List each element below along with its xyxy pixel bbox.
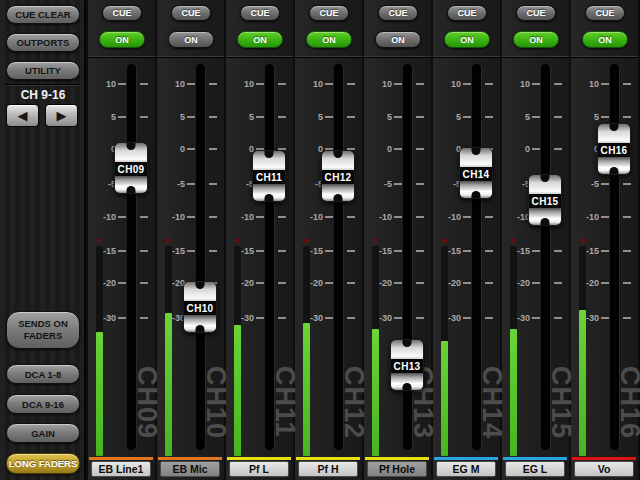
scale-tick-label: 10	[364, 79, 392, 89]
scale-tick-label: 0	[295, 144, 323, 154]
level-meter	[165, 246, 172, 456]
channel-color-stripe	[365, 457, 429, 460]
scale-tick-label: 0	[157, 144, 185, 154]
scale-tick-mark	[554, 282, 562, 284]
scale-tick-mark	[463, 116, 471, 118]
sends-on-faders-button[interactable]: SENDS ON FADERS	[6, 311, 80, 349]
scale-tick-mark	[140, 250, 148, 252]
scale-tick-mark	[601, 216, 609, 218]
scale-tick-mark	[463, 282, 471, 284]
scale-tick-mark	[209, 116, 217, 118]
fader-track[interactable]	[127, 64, 136, 450]
fader-cap[interactable]: CH16	[597, 123, 631, 175]
clip-indicator	[580, 238, 585, 243]
fader-cap-top	[115, 143, 147, 162]
bank-previous-button[interactable]: ◀	[6, 104, 39, 127]
channel-name-label[interactable]: EB Line1	[91, 461, 151, 477]
scale-tick-label: 0	[226, 144, 254, 154]
fader-track[interactable]	[472, 64, 481, 450]
fader-cap-bottom	[598, 157, 630, 174]
sidebar-divider	[4, 84, 80, 85]
long-faders-button[interactable]: LONG FADERS	[6, 453, 80, 474]
cue-clear-button[interactable]: CUE CLEAR	[6, 5, 80, 24]
channel-name-label[interactable]: Vo	[574, 461, 634, 477]
scale-tick-mark	[187, 216, 195, 218]
fader-track[interactable]	[403, 64, 412, 450]
fader-area: CH15 1050-5-10-15-20-30 CH15	[502, 0, 569, 480]
scale-tick-mark	[394, 83, 402, 85]
level-meter	[372, 246, 379, 456]
utility-button[interactable]: UTILITY	[6, 61, 80, 80]
scale-tick-mark	[347, 250, 355, 252]
scale-tick-label: 10	[502, 79, 530, 89]
channel-color-stripe	[89, 457, 153, 460]
fader-cap[interactable]: CH11	[252, 150, 286, 202]
scale-tick-mark	[532, 83, 540, 85]
channel-name-label[interactable]: Pf Hole	[367, 461, 427, 477]
scale-tick-label: -5	[295, 179, 323, 189]
level-meter	[234, 246, 241, 456]
channel-name-label[interactable]: EG M	[436, 461, 496, 477]
fader-cap[interactable]: CH10	[183, 281, 217, 333]
channel-name-label[interactable]: EB Mic	[160, 461, 220, 477]
fader-cap[interactable]: CH12	[321, 150, 355, 202]
clip-indicator	[166, 238, 171, 243]
fader-cap[interactable]: CH09	[114, 142, 148, 194]
fader-track[interactable]	[610, 64, 619, 450]
fader-cap[interactable]: CH13	[390, 339, 424, 391]
scale-tick-mark	[416, 83, 424, 85]
scale-tick-mark	[278, 317, 286, 319]
gain-button[interactable]: GAIN	[6, 423, 80, 443]
scale-tick-mark	[140, 216, 148, 218]
scale-tick-mark	[394, 183, 402, 185]
fader-area: CH16 1050-5-10-15-20-30 CH16	[571, 0, 638, 480]
scale-tick-mark	[209, 216, 217, 218]
fader-cap[interactable]: CH14	[459, 147, 493, 199]
arrow-left-icon: ◀	[18, 108, 28, 123]
scale-tick-label: -10	[295, 212, 323, 222]
fader-cap-bottom	[115, 176, 147, 193]
scale-tick-mark	[325, 83, 333, 85]
channel-strip: CUE ON CH09 1050-5-10-15-20-30 CH09 EB L…	[88, 0, 155, 480]
channel-number-watermark: CH12	[340, 366, 367, 458]
scale-tick-label: -5	[364, 179, 392, 189]
scale-tick-label: 5	[88, 112, 116, 122]
level-meter	[579, 246, 586, 456]
fader-track[interactable]	[265, 64, 274, 450]
bank-next-button[interactable]: ▶	[45, 104, 78, 127]
fader-cap[interactable]: CH15	[528, 174, 562, 226]
scale-tick-mark	[623, 317, 631, 319]
channel-name-label[interactable]: EG L	[505, 461, 565, 477]
fader-cap-bottom	[460, 181, 492, 198]
scale-tick-label: 5	[226, 112, 254, 122]
channel-strip: CUE ON CH10 1050-5-10-15-20-30 CH10 EB M…	[157, 0, 224, 480]
level-meter	[441, 246, 448, 456]
dca-9-16-button[interactable]: DCA 9-16	[6, 394, 80, 414]
fader-area: CH09 1050-5-10-15-20-30 CH09	[88, 0, 155, 480]
scale-tick-mark	[394, 148, 402, 150]
scale-tick-label: 5	[571, 112, 599, 122]
scale-tick-mark	[347, 282, 355, 284]
scale-tick-mark	[118, 317, 126, 319]
fader-track[interactable]	[541, 64, 550, 450]
outports-button[interactable]: OUTPORTS	[6, 33, 80, 52]
channel-name-label[interactable]: Pf H	[298, 461, 358, 477]
meter-fill	[579, 310, 586, 456]
scale-tick-mark	[347, 116, 355, 118]
fader-cap-label: CH13	[391, 359, 423, 373]
scale-tick-mark	[394, 282, 402, 284]
clip-indicator	[97, 238, 102, 243]
scale-tick-mark	[554, 83, 562, 85]
scale-tick-label: -10	[364, 212, 392, 222]
dca-1-8-button[interactable]: DCA 1-8	[6, 364, 80, 384]
channel-name-label[interactable]: Pf L	[229, 461, 289, 477]
scale-tick-mark	[532, 317, 540, 319]
scale-tick-label: 0	[88, 144, 116, 154]
scale-tick-mark	[601, 83, 609, 85]
fader-track[interactable]	[196, 64, 205, 450]
scale-tick-label: 10	[157, 79, 185, 89]
fader-track[interactable]	[334, 64, 343, 450]
fader-cap-bottom	[391, 373, 423, 390]
scale-tick-mark	[325, 282, 333, 284]
scale-tick-mark	[187, 250, 195, 252]
